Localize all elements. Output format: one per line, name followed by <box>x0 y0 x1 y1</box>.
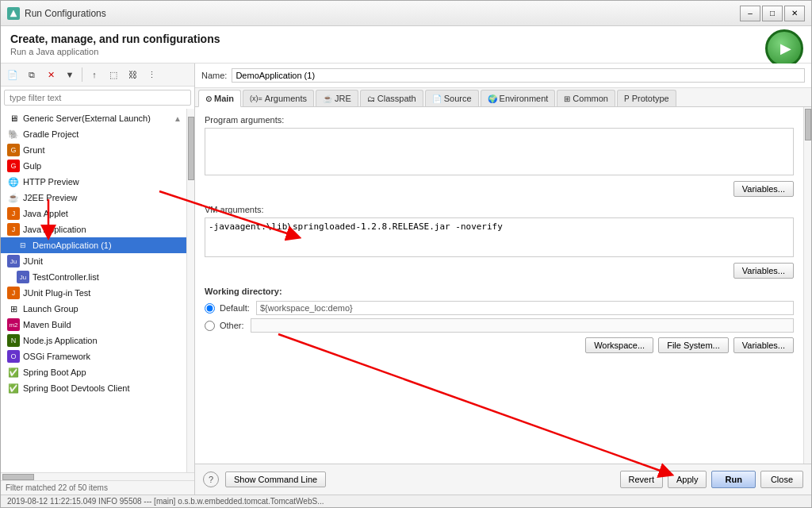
tree-item-spring-boot[interactable]: ✅ Spring Boot App <box>1 364 186 380</box>
svg-marker-0 <box>10 10 17 17</box>
configuration-tabs: ⊙ Main (x)= Arguments ☕ JRE 🗂 Classpath … <box>195 88 811 107</box>
other-dir-input[interactable] <box>251 318 794 333</box>
vm-args-textarea[interactable]: -javaagent:\lib\springloaded-1.2.8.RELEA… <box>205 217 794 257</box>
tree-item-junit[interactable]: Ju JUnit <box>1 253 186 269</box>
tab-arguments[interactable]: (x)= Arguments <box>243 90 314 106</box>
help-button[interactable]: ? <box>203 471 219 487</box>
tree-item-test-controller[interactable]: Ju TestController.list <box>1 269 186 285</box>
tab-jre[interactable]: ☕ JRE <box>316 90 358 106</box>
source-tab-icon: 📄 <box>432 94 442 103</box>
workdir-variables-button[interactable]: Variables... <box>733 337 794 353</box>
filter-input[interactable] <box>4 90 191 106</box>
run-button[interactable]: Run <box>711 471 755 488</box>
spring-boot-icon: ✅ <box>7 366 20 379</box>
name-label: Name: <box>201 71 227 80</box>
tab-main[interactable]: ⊙ Main <box>198 90 241 107</box>
http-preview-icon: 🌐 <box>7 175 20 188</box>
revert-button[interactable]: Revert <box>620 471 663 488</box>
close-button[interactable]: Close <box>760 471 803 488</box>
window-controls: – □ ✕ <box>740 6 805 21</box>
main-tab-icon: ⊙ <box>205 94 212 103</box>
tree-item-demo-application[interactable]: ⊟ DemoApplication (1) <box>1 237 186 253</box>
export-button[interactable]: ↑ <box>86 66 103 83</box>
filter-button[interactable]: ▼ <box>61 66 79 83</box>
statusbar-text: 2019-08-12 11:22:15.049 INFO 95508 --- [… <box>7 497 324 506</box>
tab-classpath[interactable]: 🗂 Classpath <box>360 90 423 106</box>
link-button[interactable]: ⛓ <box>124 66 141 83</box>
duplicate-config-button[interactable]: ⧉ <box>23 66 40 83</box>
show-command-line-button[interactable]: Show Command Line <box>225 471 326 487</box>
program-args-variables-button[interactable]: Variables... <box>733 181 794 197</box>
statusbar: 2019-08-12 11:22:15.049 INFO 95508 --- [… <box>1 495 811 507</box>
tree-item-grunt[interactable]: G Grunt <box>1 142 186 158</box>
grunt-icon: G <box>7 144 20 156</box>
header-subtitle: Run a Java application <box>10 47 756 56</box>
tab-source[interactable]: 📄 Source <box>425 90 479 106</box>
apply-button[interactable]: Apply <box>668 471 707 488</box>
minimize-button[interactable]: – <box>740 6 760 21</box>
program-args-textarea[interactable] <box>205 128 794 175</box>
tab-environment[interactable]: 🌍 Environment <box>481 90 556 106</box>
working-dir-label: Working directory: <box>205 287 794 296</box>
right-panel-scrollbar[interactable] <box>803 107 811 464</box>
tree-item-spring-devtools[interactable]: ✅ Spring Boot Devtools Client <box>1 380 186 396</box>
tree-item-gulp[interactable]: G Gulp <box>1 158 186 174</box>
tab-common[interactable]: ⊞ Common <box>557 90 615 106</box>
environment-tab-icon: 🌍 <box>488 94 497 103</box>
tree-item-j2ee-preview[interactable]: ☕ J2EE Preview <box>1 190 186 206</box>
spring-devtools-icon: ✅ <box>7 382 20 394</box>
tree-item-maven-build[interactable]: m2 Maven Build <box>1 317 186 333</box>
program-args-label: Program arguments: <box>205 115 794 125</box>
right-scroll-thumb[interactable] <box>805 109 811 140</box>
tree-item-http-preview[interactable]: 🌐 HTTP Preview <box>1 174 186 190</box>
tree-item-generic-server[interactable]: 🖥 Generic Server(External Launch) ▲ <box>1 110 186 126</box>
jre-tab-icon: ☕ <box>323 94 332 103</box>
vm-args-label: VM arguments: <box>205 205 794 214</box>
close-window-button[interactable]: ✕ <box>784 6 805 21</box>
default-dir-input[interactable] <box>256 301 794 315</box>
name-input[interactable] <box>232 68 805 83</box>
tree-scroll-thumb[interactable] <box>188 117 194 180</box>
java-application-icon: J <box>7 223 20 236</box>
window-title: Run Configurations <box>25 8 106 19</box>
other-radio[interactable] <box>205 321 215 331</box>
tree-item-launch-group[interactable]: ⊞ Launch Group <box>1 301 186 317</box>
test-controller-icon: Ju <box>17 271 29 283</box>
titlebar: Run Configurations – □ ✕ <box>1 1 811 26</box>
tree-vertical-scrollbar[interactable] <box>186 109 194 472</box>
run-large-button[interactable] <box>765 29 803 67</box>
tree-item-gradle-project[interactable]: 🐘 Gradle Project <box>1 126 186 142</box>
tree-horizontal-scrollbar[interactable] <box>1 472 194 480</box>
window-icon <box>7 7 20 20</box>
tree-item-java-applet[interactable]: J Java Applet <box>1 206 186 221</box>
tab-content-main: Program arguments: Variables... VM argum… <box>195 107 803 464</box>
filesystem-button[interactable]: File System... <box>658 337 729 353</box>
launch-group-icon: ⊞ <box>7 302 20 315</box>
tree-item-nodejs[interactable]: N Node.js Application <box>1 333 186 348</box>
maven-icon: m2 <box>7 318 20 331</box>
delete-config-button[interactable]: ✕ <box>42 66 59 83</box>
tab-prototype[interactable]: P Prototype <box>617 90 676 106</box>
classpath-tab-icon: 🗂 <box>367 94 375 103</box>
tree-item-java-application[interactable]: J Java Application <box>1 221 186 237</box>
default-radio[interactable] <box>205 303 215 314</box>
default-radio-label: Default: <box>220 303 250 313</box>
more-button[interactable]: ⋮ <box>143 66 160 83</box>
import-button[interactable]: ⬚ <box>105 66 122 83</box>
tree-item-osgi[interactable]: O OSGi Framework <box>1 348 186 364</box>
tree-item-junit-plugin[interactable]: J JUnit Plug-in Test <box>1 285 186 301</box>
workspace-button[interactable]: Workspace... <box>585 337 653 353</box>
maximize-button[interactable]: □ <box>762 6 783 21</box>
tree-horiz-thumb[interactable] <box>2 474 34 480</box>
name-row: Name: <box>195 64 811 88</box>
toolbar-separator <box>82 67 82 82</box>
demo-app-icon: ⊟ <box>17 239 29 252</box>
generic-server-icon: 🖥 <box>7 112 20 125</box>
bottom-right-buttons: Revert Apply Run Close <box>620 471 803 488</box>
new-config-button[interactable]: 📄 <box>4 66 21 83</box>
junit-plugin-icon: J <box>7 287 20 299</box>
program-args-group: Program arguments: Variables... <box>205 115 794 197</box>
vm-args-variables-button[interactable]: Variables... <box>733 263 794 279</box>
right-panel: Name: ⊙ Main (x)= Arguments ☕ JRE <box>195 64 811 495</box>
junit-icon: Ju <box>7 255 20 267</box>
